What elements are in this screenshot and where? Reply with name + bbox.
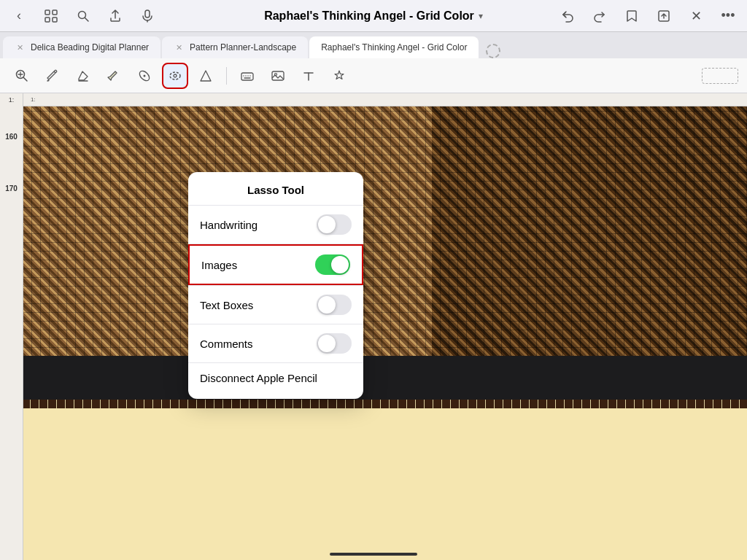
title-bar-center: Raphael's Thinking Angel - Grid Color ▾ <box>264 9 483 23</box>
mic-button[interactable] <box>137 6 158 26</box>
pencil-settings-button[interactable] <box>131 63 158 89</box>
pen-tool-button[interactable] <box>39 63 66 89</box>
ruler-left: 1: 160 170 <box>0 93 23 560</box>
annotate-tool-button[interactable] <box>326 63 352 89</box>
popup-item-textboxes[interactable]: Text Boxes <box>188 286 363 324</box>
svg-marker-18 <box>201 71 211 81</box>
export-button[interactable] <box>654 6 674 26</box>
svg-point-17 <box>174 74 177 77</box>
textboxes-toggle[interactable] <box>317 295 352 315</box>
title-bar-right: ✕ ••• <box>557 6 738 26</box>
cream-section <box>0 400 747 560</box>
svg-rect-6 <box>145 10 150 18</box>
toggle-knob <box>318 335 336 352</box>
home-indicator <box>330 553 417 556</box>
page-title: Raphael's Thinking Angel - Grid Color <box>264 9 474 23</box>
images-toggle[interactable] <box>315 254 350 275</box>
ruler-mark-170: 170 <box>5 184 18 192</box>
svg-point-16 <box>170 72 180 79</box>
tab-label: Pattern Planner-Landscape <box>190 42 296 52</box>
svg-rect-2 <box>45 18 50 22</box>
svg-line-5 <box>85 18 89 21</box>
share-button[interactable] <box>105 6 125 26</box>
svg-rect-3 <box>53 18 57 22</box>
svg-point-15 <box>144 74 146 77</box>
close-window-button[interactable]: ✕ <box>686 6 706 26</box>
add-tab-button[interactable] <box>486 44 500 58</box>
bookmark-button[interactable] <box>622 6 642 26</box>
popup-item-disconnect[interactable]: Disconnect Apple Pencil <box>188 363 363 393</box>
tab-bar: ✕ Delica Beading Digital Planner ✕ Patte… <box>0 32 747 58</box>
bead-pattern-right <box>432 93 747 356</box>
lasso-popup-menu: Lasso Tool Handwriting Images Text Boxes <box>188 172 363 399</box>
undo-button[interactable] <box>557 6 578 26</box>
selection-indicator <box>702 68 738 84</box>
grid-button[interactable] <box>41 6 61 26</box>
canvas-area: 1: 160 170 1: Lasso Tool Handwriting Ima… <box>0 93 747 560</box>
ruler-mark-160: 160 <box>5 133 18 141</box>
comments-toggle[interactable] <box>317 333 352 354</box>
tab-label: Delica Beading Digital Planner <box>31 42 149 52</box>
tab-raphael[interactable]: Raphael's Thinking Angel - Grid Color <box>309 36 479 58</box>
popup-title: Lasso Tool <box>188 178 363 205</box>
cream-top-row <box>4 400 747 408</box>
search-button[interactable] <box>73 6 93 26</box>
toolbar-separator <box>226 67 227 85</box>
title-bar: ‹ Raphael's Thinking Angel - Grid Color … <box>0 0 747 32</box>
popup-item-images[interactable]: Images <box>188 244 363 285</box>
popup-comments-label: Comments <box>200 338 253 350</box>
toggle-knob <box>318 296 336 314</box>
popup-item-comments[interactable]: Comments <box>188 324 363 362</box>
eraser-tool-button[interactable] <box>70 63 96 89</box>
tab-close-icon[interactable]: ✕ <box>15 42 25 52</box>
toggle-knob <box>331 256 349 273</box>
title-chevron-icon[interactable]: ▾ <box>479 11 483 21</box>
popup-textboxes-label: Text Boxes <box>200 299 253 311</box>
back-button[interactable]: ‹ <box>9 6 29 26</box>
text-tool-button[interactable] <box>295 63 322 89</box>
highlighter-tool-button[interactable] <box>101 63 127 89</box>
insert-image-button[interactable] <box>265 63 291 89</box>
handwriting-toggle[interactable] <box>317 214 352 235</box>
shapes-tool-button[interactable] <box>193 63 219 89</box>
more-button[interactable]: ••• <box>718 6 738 26</box>
toolbar <box>0 58 747 93</box>
lasso-tool-button[interactable] <box>162 63 188 89</box>
redo-button[interactable] <box>589 6 610 26</box>
title-bar-left: ‹ <box>9 6 158 26</box>
popup-item-handwriting[interactable]: Handwriting <box>188 206 363 244</box>
tab-pattern-planner[interactable]: ✕ Pattern Planner-Landscape <box>162 36 308 58</box>
keyboard-tool-button[interactable] <box>234 63 260 89</box>
popup-disconnect-label: Disconnect Apple Pencil <box>200 372 317 384</box>
svg-line-10 <box>24 77 28 81</box>
tab-close-icon[interactable]: ✕ <box>174 42 184 52</box>
tab-label: Raphael's Thinking Angel - Grid Color <box>321 42 467 52</box>
ruler-top: 1: <box>23 93 747 106</box>
svg-rect-19 <box>241 73 253 80</box>
svg-rect-0 <box>45 10 50 15</box>
popup-images-label: Images <box>201 259 237 271</box>
tab-delica-beading[interactable]: ✕ Delica Beading Digital Planner <box>3 36 160 58</box>
svg-rect-1 <box>53 10 57 15</box>
popup-handwriting-label: Handwriting <box>200 219 258 231</box>
toggle-knob <box>318 216 336 233</box>
magnify-tool-button[interactable] <box>9 63 35 89</box>
